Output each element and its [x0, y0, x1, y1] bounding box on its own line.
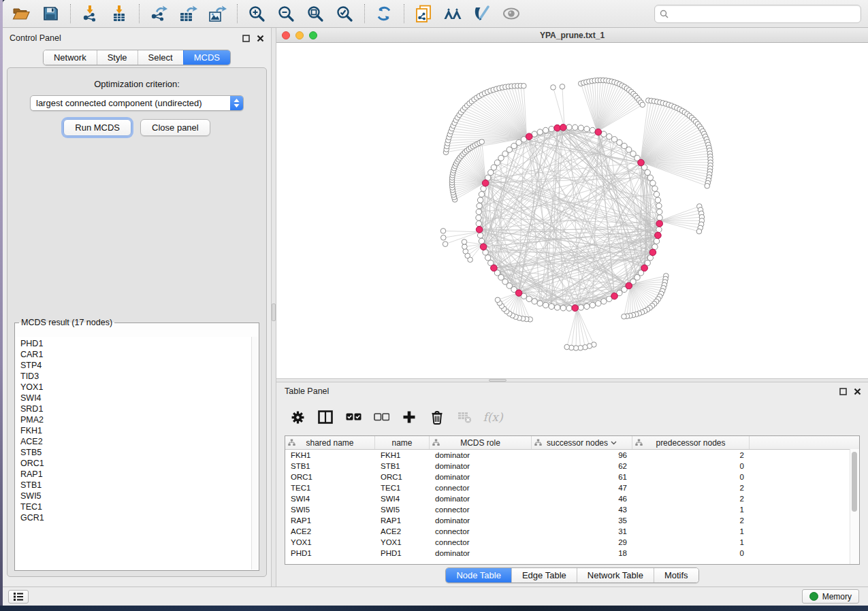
- table-tab-edge-table[interactable]: Edge Table: [511, 568, 577, 582]
- window-maximize-icon[interactable]: [309, 31, 317, 39]
- zoom-selected-button[interactable]: [333, 3, 356, 24]
- network-graph[interactable]: [276, 43, 868, 378]
- tab-mcds[interactable]: MCDS: [183, 50, 230, 65]
- column-header-predecessor-nodes[interactable]: predecessor nodes: [632, 436, 750, 449]
- open-folder-icon: [12, 5, 31, 22]
- table-row[interactable]: RAP1RAP1dominator352: [285, 515, 859, 526]
- show-column-panel-button[interactable]: [317, 408, 334, 426]
- table-panel-close-button[interactable]: [853, 387, 861, 395]
- delete-table-button[interactable]: [456, 408, 474, 426]
- open-file-button[interactable]: [10, 3, 33, 24]
- table-row[interactable]: SWI4SWI4dominator462: [285, 493, 859, 504]
- table-row[interactable]: ACE2ACE2connector311: [285, 526, 859, 537]
- search-input[interactable]: [672, 8, 856, 19]
- deselect-all-button[interactable]: [372, 408, 390, 426]
- save-session-button[interactable]: [39, 3, 62, 24]
- control-panel-float-button[interactable]: [242, 34, 250, 42]
- plus-icon: [402, 410, 416, 424]
- mcds-result-item[interactable]: CAR1: [20, 349, 252, 360]
- add-column-button[interactable]: [400, 408, 418, 426]
- column-header-shared-name[interactable]: shared name: [285, 436, 375, 449]
- function-builder-button[interactable]: f(x): [484, 408, 502, 426]
- zoom-in-button[interactable]: [245, 3, 268, 24]
- mcds-result-item[interactable]: TID3: [20, 371, 252, 382]
- mcds-result-item[interactable]: PMA2: [20, 414, 252, 425]
- mcds-result-item[interactable]: TEC1: [20, 501, 252, 512]
- scrollbar-thumb[interactable]: [852, 452, 857, 512]
- table-tab-motifs[interactable]: Motifs: [654, 568, 698, 582]
- mcds-result-list[interactable]: PHD1CAR1STP4TID3YOX1SWI4SRD1PMA2FKH1ACE2…: [16, 337, 252, 569]
- show-graphics-details-button[interactable]: [500, 3, 523, 24]
- mcds-result-item[interactable]: RAP1: [20, 469, 252, 480]
- mcds-result-item[interactable]: ACE2: [20, 436, 252, 447]
- import-network-button[interactable]: [78, 3, 101, 24]
- table-tab-node-table[interactable]: Node Table: [446, 568, 511, 582]
- table-cell: 1: [632, 537, 750, 548]
- mcds-result-item[interactable]: ORC1: [20, 458, 252, 469]
- search-box[interactable]: [654, 5, 861, 23]
- delete-column-button[interactable]: [428, 408, 446, 426]
- apply-layout-button[interactable]: [372, 3, 396, 24]
- export-network-button[interactable]: [147, 3, 170, 24]
- first-neighbors-button[interactable]: [441, 3, 464, 24]
- tab-style[interactable]: Style: [97, 50, 138, 65]
- node-table: shared namenameMCDS rolesuccessor nodesp…: [285, 435, 860, 565]
- mcds-result-item[interactable]: STB5: [20, 447, 252, 458]
- memory-button[interactable]: Memory: [802, 589, 859, 604]
- task-history-button[interactable]: [8, 590, 29, 604]
- select-all-button[interactable]: [344, 408, 362, 426]
- mcds-result-item[interactable]: STP4: [20, 360, 252, 371]
- table-row[interactable]: ORC1ORC1dominator610: [285, 472, 859, 482]
- import-network-icon: [81, 5, 99, 22]
- table-cell: connector: [430, 537, 532, 548]
- table-row[interactable]: TEC1TEC1connector472: [285, 482, 859, 493]
- zoom-out-button[interactable]: [274, 3, 298, 24]
- control-panel-titlebar: Control Panel: [3, 28, 271, 48]
- mcds-result-item[interactable]: FKH1: [20, 425, 252, 436]
- mcds-result-item[interactable]: YOX1: [20, 382, 252, 393]
- mcds-result-item[interactable]: SWI4: [20, 393, 252, 403]
- mcds-result-item[interactable]: STB1: [20, 480, 252, 491]
- table-row[interactable]: FKH1FKH1dominator962: [285, 450, 859, 461]
- tab-select[interactable]: Select: [138, 50, 183, 65]
- table-settings-button[interactable]: [289, 408, 306, 426]
- optimization-criterion-label: Optimization criterion:: [7, 79, 266, 89]
- table-cell: 0: [632, 461, 750, 472]
- splitter-grip[interactable]: [272, 303, 276, 321]
- table-row[interactable]: STB1STB1dominator620: [285, 461, 859, 472]
- table-panel-float-button[interactable]: [839, 387, 847, 395]
- table-row[interactable]: YOX1YOX1connector291: [285, 537, 859, 548]
- table-scrollbar[interactable]: [850, 449, 859, 564]
- mcds-result-item[interactable]: GCR1: [20, 512, 252, 523]
- column-header-mcds-role[interactable]: MCDS role: [430, 436, 532, 449]
- mcds-result-item[interactable]: SWI5: [20, 491, 252, 501]
- column-header-name[interactable]: name: [375, 436, 430, 449]
- window-close-icon[interactable]: [282, 31, 290, 39]
- table-row[interactable]: PHD1PHD1dominator180: [285, 548, 859, 559]
- control-panel-close-button[interactable]: [256, 34, 264, 42]
- export-table-button[interactable]: [176, 3, 199, 24]
- splitter-grip[interactable]: [489, 379, 507, 382]
- optimization-criterion-select[interactable]: largest connected component (undirected): [30, 95, 244, 111]
- task-list-icon: [13, 592, 24, 601]
- vizmapper-button[interactable]: [470, 3, 494, 24]
- tab-network[interactable]: Network: [44, 50, 97, 65]
- import-table-button[interactable]: [108, 3, 131, 24]
- column-header-successor-nodes[interactable]: successor nodes: [532, 436, 632, 449]
- network-window-titlebar[interactable]: YPA_prune.txt_1: [276, 28, 868, 43]
- table-cell: dominator: [430, 450, 532, 461]
- mcds-result-item[interactable]: PHD1: [20, 338, 252, 349]
- network-canvas[interactable]: [276, 43, 868, 378]
- mcds-list-scrollbar[interactable]: [251, 337, 258, 569]
- table-row[interactable]: SWI5SWI5connector431: [285, 504, 859, 515]
- close-panel-button[interactable]: Close panel: [140, 119, 210, 136]
- zoom-fit-button[interactable]: [304, 3, 327, 24]
- window-minimize-icon[interactable]: [295, 31, 304, 39]
- export-image-button[interactable]: [206, 3, 229, 24]
- table-tab-network-table[interactable]: Network Table: [577, 568, 654, 582]
- new-network-from-selection-button[interactable]: [412, 3, 435, 24]
- mcds-result-item[interactable]: SRD1: [20, 403, 252, 414]
- vertical-splitter[interactable]: [271, 28, 276, 587]
- shared-column-icon: [534, 439, 542, 446]
- run-mcds-button[interactable]: Run MCDS: [63, 119, 131, 136]
